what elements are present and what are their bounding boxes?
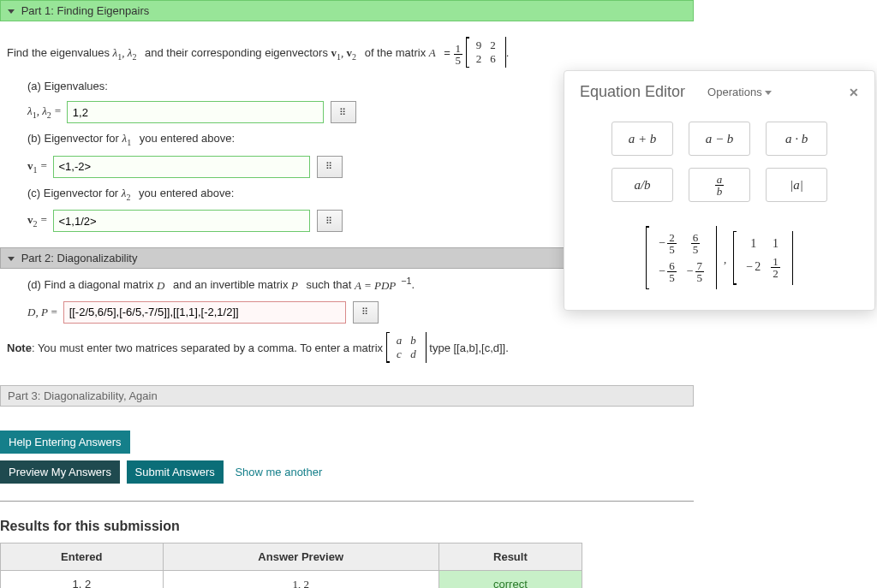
eigenvector2-input[interactable] xyxy=(53,210,310,232)
col-entered: Entered xyxy=(1,543,164,570)
a-lhs: λ1, λ2 = xyxy=(27,104,62,120)
operations-dropdown[interactable]: Operations xyxy=(707,86,775,98)
math-editor-button-d[interactable]: ⠿ xyxy=(353,301,379,324)
b-lhs: v1 = xyxy=(27,159,48,175)
math-editor-button-c[interactable]: ⠿ xyxy=(317,210,343,232)
col-result: Result xyxy=(438,543,582,570)
eq-title: Equation Editor xyxy=(580,83,685,101)
math-editor-button-a[interactable]: ⠿ xyxy=(331,101,356,123)
math-editor-button-b[interactable]: ⠿ xyxy=(317,156,343,178)
eigenvalues-input[interactable] xyxy=(67,101,324,123)
op-mul-button[interactable]: a · b xyxy=(766,122,827,156)
col-preview: Answer Preview xyxy=(163,543,438,570)
preview-button[interactable]: Preview My Answers xyxy=(0,460,120,484)
c-lhs: v2 = xyxy=(27,213,48,229)
eigenvector1-input[interactable] xyxy=(53,156,310,178)
op-add-button[interactable]: a + b xyxy=(612,122,673,156)
op-sub-button[interactable]: a − b xyxy=(689,122,750,156)
caret-icon xyxy=(8,9,15,14)
op-abs-button[interactable]: |a| xyxy=(766,168,827,202)
part1-prompt: Find the eigenvalues λ1, λ2 and their co… xyxy=(7,37,687,71)
chevron-down-icon xyxy=(765,91,772,95)
results-table: Entered Answer Preview Result 1, 2 1, 2 … xyxy=(0,543,582,588)
equation-editor-panel: Equation Editor Operations ✕ a + b a − b… xyxy=(564,70,875,311)
help-button[interactable]: Help Entering Answers xyxy=(0,431,130,454)
part3-title: Part 3: Diagonalizability, Again xyxy=(8,389,158,402)
results-heading: Results for this submission xyxy=(0,519,694,534)
close-icon[interactable]: ✕ xyxy=(849,86,859,99)
submit-button[interactable]: Submit Answers xyxy=(127,460,224,484)
eq-preview: −25 65 −65 −75 , 11 −212 xyxy=(580,226,859,293)
show-another-link[interactable]: Show me another xyxy=(235,466,322,478)
part2-title: Part 2: Diagonalizability xyxy=(21,252,138,264)
part3-header[interactable]: Part 3: Diagonalizability, Again xyxy=(0,385,694,407)
part1-header[interactable]: Part 1: Finding Eigenpairs xyxy=(0,0,694,21)
caret-icon xyxy=(8,257,15,261)
dp-input[interactable] xyxy=(63,301,346,324)
part1-title: Part 1: Finding Eigenpairs xyxy=(21,4,150,17)
note-text: Note: You must enter two matrices separa… xyxy=(7,332,687,366)
d-lhs: D, P = xyxy=(27,306,58,319)
table-row: 1, 2 1, 2 correct xyxy=(1,570,582,588)
op-div-button[interactable]: a/b xyxy=(612,168,673,202)
op-frac-button[interactable]: ab xyxy=(689,168,750,202)
